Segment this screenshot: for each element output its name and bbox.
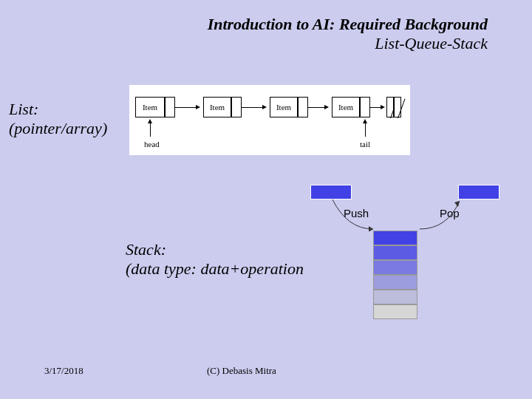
stack-cell — [373, 304, 417, 319]
arrow-line — [308, 107, 326, 108]
list-node-pointer — [298, 97, 308, 117]
list-node: Item — [332, 97, 360, 117]
arrowhead-icon — [363, 119, 367, 123]
list-heading: List: (pointer/array) — [9, 100, 107, 138]
arrowhead-icon — [196, 105, 200, 109]
footer-date: 3/17/2018 — [44, 365, 83, 377]
arrowhead-icon — [381, 105, 385, 109]
list-null-terminator — [394, 97, 401, 117]
list-node: Item — [270, 97, 298, 117]
arrow-line — [150, 122, 151, 137]
tail-label: tail — [360, 140, 370, 149]
arrow-line — [242, 107, 264, 108]
list-null-terminator — [386, 97, 394, 117]
arrow-line — [175, 107, 197, 108]
title-line2: List-Queue-Stack — [0, 34, 488, 53]
push-element — [310, 185, 352, 200]
arrowhead-icon — [262, 105, 267, 109]
stack-cell — [373, 260, 417, 275]
linked-list-diagram: Item Item Item Item head tail — [129, 85, 410, 155]
arrow-line — [365, 122, 366, 137]
head-label: head — [144, 140, 160, 149]
stack-heading: Stack: (data type: data+operation — [126, 240, 304, 279]
slash-icon — [398, 99, 406, 119]
push-arrow-icon — [329, 198, 381, 231]
arrowhead-icon — [324, 105, 329, 109]
slide-title: Introduction to AI: Required Background … — [0, 0, 532, 53]
stack-cell — [373, 245, 417, 260]
list-label-1: List: — [9, 100, 107, 119]
list-label-2: (pointer/array) — [9, 119, 107, 138]
pop-arrow-icon — [414, 198, 466, 231]
stack-diagram: Push Pop — [310, 185, 502, 332]
stack-cell — [373, 231, 417, 245]
list-node-pointer — [165, 97, 175, 117]
stack-cell — [373, 275, 417, 290]
list-node: Item — [203, 97, 231, 117]
title-line1: Introduction to AI: Required Background — [0, 15, 488, 34]
stack-label-1: Stack: — [126, 240, 304, 259]
list-node-pointer — [231, 97, 242, 117]
footer-copyright: (C) Debasis Mitra — [207, 365, 276, 377]
list-node-pointer — [360, 97, 370, 117]
list-node: Item — [135, 97, 165, 117]
stack-label-2: (data type: data+operation — [126, 259, 304, 279]
stack-cell — [373, 290, 417, 304]
pop-element — [458, 185, 499, 200]
arrowhead-icon — [148, 119, 152, 123]
